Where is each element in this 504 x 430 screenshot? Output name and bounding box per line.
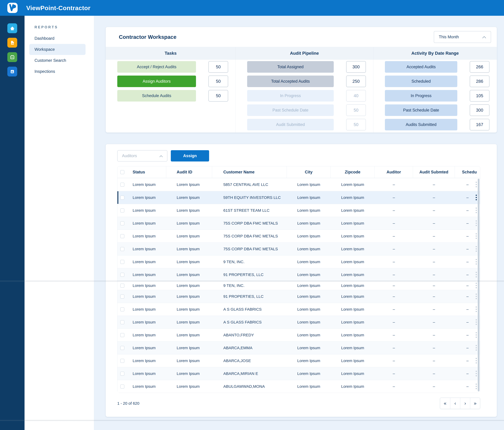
cell-value: Lorem Ipsum — [341, 384, 364, 389]
cell-value: Lorem Ipsum — [177, 371, 200, 376]
row-checkbox[interactable] — [120, 320, 124, 324]
cell-value: Lorem Ipsum — [177, 182, 200, 187]
last-page-button[interactable]: » — [470, 398, 480, 409]
kebab-menu-icon[interactable] — [476, 332, 477, 338]
kebab-menu-icon[interactable] — [476, 233, 477, 239]
row-checkbox[interactable] — [120, 372, 124, 376]
row-checkbox[interactable] — [120, 183, 124, 187]
kebab-menu-icon[interactable] — [476, 272, 477, 278]
kebab-menu-icon[interactable] — [476, 358, 477, 364]
table-row[interactable]: Lorem IpsumLorem Ipsum91 PROPERTIES, LLC… — [117, 268, 480, 281]
stat-pill-total-accepted-audits[interactable]: Total Accepted Audits — [247, 76, 334, 87]
stat-pill-accepted-audits[interactable]: Accepted Audits — [385, 61, 457, 73]
kebab-menu-icon[interactable] — [476, 207, 477, 214]
table-row[interactable]: Lorem IpsumLorem IpsumABARCA,MIRIAN ELor… — [117, 367, 480, 380]
stat-pill-past-schedule-date[interactable]: Past Schedule Date — [385, 104, 457, 116]
cell-value: Lorem Ipsum — [297, 371, 320, 376]
row-checkbox[interactable] — [120, 196, 124, 200]
summary-column-body: Accept / Reject Audits50Assign Auditors5… — [106, 60, 236, 133]
row-checkbox-cell — [117, 303, 132, 316]
row-checkbox[interactable] — [120, 247, 124, 251]
table-row[interactable]: Lorem IpsumLorem IpsumABARCA,JOSELorem I… — [117, 354, 480, 367]
row-checkbox[interactable] — [120, 284, 124, 288]
kebab-menu-icon[interactable] — [476, 259, 477, 265]
kebab-menu-icon[interactable] — [476, 371, 477, 377]
stat-pill-total-assigned[interactable]: Total Assigned — [247, 61, 334, 73]
report-icon[interactable] — [7, 38, 17, 48]
vertical-scrollbar[interactable] — [478, 179, 479, 391]
cell-zipcode: Lorem Ipsum — [331, 290, 375, 303]
row-checkbox[interactable] — [120, 307, 124, 311]
table-row[interactable]: Lorem IpsumLorem IpsumABANTO,FREDYLorem … — [117, 329, 480, 341]
stat-pill-in-progress[interactable]: In Progress — [385, 90, 457, 101]
prev-page-button[interactable]: ‹ — [450, 398, 460, 409]
table-row[interactable]: Lorem IpsumLorem IpsumA S GLASS FABRICSL… — [117, 303, 480, 316]
cell-value: – — [466, 260, 468, 264]
cell-value: Lorem Ipsum — [133, 320, 156, 324]
stat-row: Past Schedule Date300 — [385, 104, 489, 116]
row-checkbox[interactable] — [120, 273, 124, 277]
chart-icon[interactable] — [7, 67, 17, 76]
cell-value: – — [433, 371, 435, 376]
table-row[interactable]: Lorem IpsumLorem Ipsum59TH EQUITY INVEST… — [117, 191, 480, 204]
row-checkbox[interactable] — [120, 208, 124, 213]
cell-audit_id: Lorem Ipsum — [166, 217, 212, 230]
column-header-audit_submitted: Audit Submted — [413, 166, 455, 178]
stat-pill-audits-submitted[interactable]: Audits Submitted — [385, 119, 457, 130]
auditors-select[interactable]: Auditors — [117, 150, 167, 161]
kebab-menu-icon[interactable] — [476, 220, 477, 226]
table-row[interactable]: Lorem IpsumLorem Ipsum61ST STREET TEAM L… — [117, 204, 480, 217]
kebab-menu-icon[interactable] — [476, 246, 477, 252]
row-checkbox[interactable] — [120, 260, 124, 264]
cell-value: – — [433, 320, 435, 324]
sidebar-item-customer-search[interactable]: Customer Search — [29, 55, 86, 66]
first-page-button[interactable]: « — [440, 398, 450, 409]
table-row[interactable]: Lorem IpsumLorem Ipsum75S CORP DBA FMC M… — [117, 230, 480, 242]
sidebar-item-inspections[interactable]: Inspections — [29, 66, 86, 77]
table-row[interactable]: Lorem IpsumLorem Ipsum9 TEN, INC.Lorem I… — [117, 255, 480, 268]
sidebar-item-dashboard[interactable]: Dashboard — [29, 33, 86, 44]
calendar-icon[interactable] — [7, 52, 17, 62]
kebab-menu-icon[interactable] — [476, 345, 477, 351]
cell-value: – — [393, 272, 395, 277]
cell-value: Lorem Ipsum — [341, 358, 364, 363]
assign-button[interactable]: Assign — [171, 150, 209, 161]
table-row[interactable]: Lorem IpsumLorem Ipsum75S CORP DBA FMC M… — [117, 217, 480, 230]
cell-value: Lorem Ipsum — [133, 333, 156, 337]
stat-pill-scheduled[interactable]: Scheduled — [385, 76, 457, 87]
table-row[interactable]: Lorem IpsumLorem Ipsum75S CORP DBA FMC M… — [117, 242, 480, 255]
cell-value: Lorem Ipsum — [177, 221, 200, 225]
table-row[interactable]: Lorem IpsumLorem IpsumABARCA,EMMALorem I… — [117, 341, 480, 354]
table-row[interactable]: Lorem IpsumLorem IpsumABULGAWWAD,MONALor… — [117, 380, 480, 393]
stat-value-box: 286 — [470, 76, 489, 87]
home-icon[interactable] — [7, 23, 17, 33]
kebab-menu-icon[interactable] — [476, 306, 477, 313]
kebab-menu-icon[interactable] — [476, 294, 477, 300]
stat-pill-assign-auditors[interactable]: Assign Auditors — [117, 76, 196, 87]
row-checkbox[interactable] — [120, 359, 124, 363]
stat-pill-accept-reject-audits[interactable]: Accept / Reject Audits — [117, 61, 196, 73]
next-page-button[interactable]: › — [460, 398, 470, 409]
row-checkbox[interactable] — [120, 295, 124, 299]
kebab-menu-icon[interactable] — [476, 283, 477, 289]
table-row[interactable]: Lorem IpsumLorem Ipsum5857 CENTRAL AVE L… — [117, 178, 480, 191]
row-checkbox-cell — [117, 367, 132, 380]
kebab-menu-icon[interactable] — [476, 319, 477, 325]
row-checkbox[interactable] — [120, 333, 124, 337]
cell-city: Lorem Ipsum — [287, 256, 331, 268]
kebab-menu-icon[interactable] — [476, 384, 477, 390]
sidebar-item-workspace[interactable]: Workspace — [29, 44, 86, 55]
row-checkbox[interactable] — [120, 221, 124, 225]
table-row[interactable]: Lorem IpsumLorem Ipsum91 PROPERTIES, LLC… — [117, 290, 480, 303]
row-checkbox[interactable] — [120, 346, 124, 350]
stat-pill-schedule-audits[interactable]: Schedule Audits — [117, 90, 196, 101]
row-checkbox[interactable] — [120, 234, 124, 238]
date-range-select[interactable]: This Month — [434, 31, 491, 43]
kebab-menu-icon[interactable] — [476, 181, 477, 188]
kebab-menu-icon[interactable] — [476, 195, 477, 201]
select-all-checkbox[interactable] — [120, 170, 124, 174]
cell-value: – — [466, 283, 468, 288]
table-row[interactable]: Lorem IpsumLorem IpsumA S GLASS FABRICSL… — [117, 316, 480, 329]
table-row[interactable]: Lorem IpsumLorem Ipsum9 TEN, INC.Lorem I… — [117, 281, 480, 290]
row-checkbox[interactable] — [120, 385, 124, 389]
